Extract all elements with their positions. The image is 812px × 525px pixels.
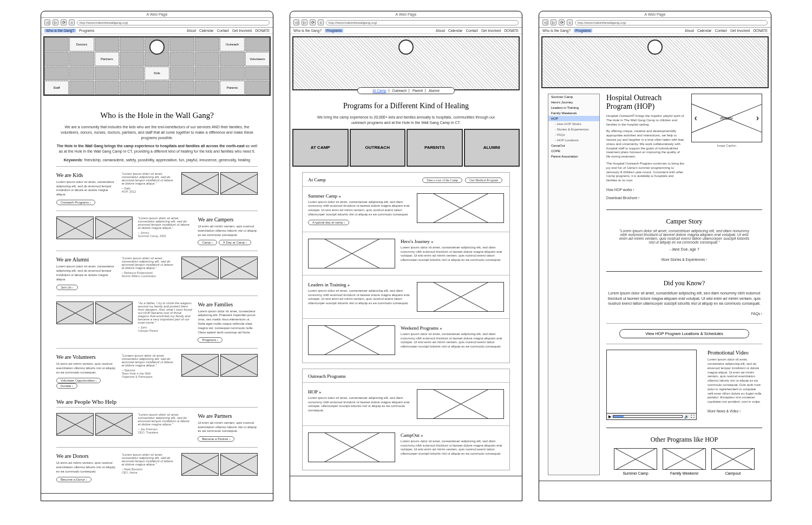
nav-about[interactable]: About (436, 29, 445, 32)
volume-icon[interactable]: 🔊 (684, 415, 689, 419)
sidenav-item[interactable]: Hero's Journey (548, 100, 599, 105)
tab-atcamp[interactable]: At Camp (370, 89, 389, 93)
medical-button[interactable]: Our Medical Program (465, 178, 502, 183)
sidenav-item[interactable]: - How HOP Works (548, 121, 599, 127)
face-label-staff[interactable]: Staff (44, 81, 69, 95)
tab-outreach[interactable]: Outreach (390, 89, 409, 93)
sidenav-item[interactable]: Family Weekends (548, 110, 599, 116)
nav-calendar[interactable]: Calendar (448, 29, 462, 32)
home-icon[interactable]: ⌂ (318, 19, 324, 25)
forward-icon[interactable]: ▷ (53, 19, 58, 25)
face-label-parents[interactable]: Parents (220, 81, 244, 95)
forward-icon[interactable]: ▷ (302, 19, 307, 25)
nav-calendar[interactable]: Calendar (697, 29, 711, 32)
thumb-alumni[interactable]: ALUMNI (464, 129, 520, 167)
photo-placeholder (181, 172, 219, 195)
url-input[interactable]: http://www.holeinthewallgang.org/ (326, 20, 519, 25)
back-icon[interactable]: ◁ (542, 19, 548, 25)
reload-icon[interactable]: ⟳ (310, 19, 316, 25)
related-thumb[interactable] (711, 448, 755, 470)
nav-contact[interactable]: Contact (217, 29, 228, 32)
sidenav-item[interactable]: HOP (548, 116, 599, 121)
section-button[interactable]: Programs › (198, 337, 222, 343)
view-locations-button[interactable]: View HOP Program Locations & Schedules (619, 329, 749, 338)
sidenav-item[interactable]: - HOP Locations (548, 137, 599, 143)
prev-arrow-icon[interactable]: ‹ (693, 113, 698, 123)
sidenav-item[interactable]: - Stories & Experiences (548, 127, 599, 132)
nav-programs[interactable]: Programs (325, 29, 343, 32)
nav-contact[interactable]: Contact (466, 29, 477, 32)
thumb-parents[interactable]: PARENTS (407, 129, 463, 167)
nav-programs[interactable]: Programs (79, 29, 94, 32)
program-title[interactable]: Leaders in Training » (308, 282, 411, 287)
face-label-outreach[interactable]: Outreach (220, 37, 244, 51)
face-label-doctors[interactable]: Doctors (69, 37, 94, 51)
program-title[interactable]: Hero's Journey » (401, 239, 504, 244)
program-title[interactable]: HOP » (308, 389, 411, 395)
reload-icon[interactable]: ⟳ (559, 19, 565, 25)
nav-contact[interactable]: Contact (715, 29, 726, 32)
section-button[interactable]: Join Us › (56, 285, 78, 290)
section-button[interactable]: Volunteer Opportunities › (56, 378, 101, 383)
url-input[interactable]: http://www.holeinthewallgang.org/ (575, 20, 768, 25)
back-icon[interactable]: ◁ (44, 19, 50, 25)
sidenav-item[interactable]: - FAQs (548, 132, 599, 137)
link-how-works[interactable]: How HOP works (606, 188, 634, 192)
section-button[interactable]: Camp › (198, 240, 217, 245)
video-player[interactable]: ▶ 🔊 ⛶ (606, 350, 697, 420)
photo-placeholder (56, 413, 94, 436)
nav-donate[interactable]: DONATE (753, 29, 768, 32)
nav-programs[interactable]: Programs (574, 29, 592, 32)
related-thumb[interactable] (614, 448, 657, 470)
sidenav-item[interactable]: Summer Camp (548, 94, 599, 100)
face-label-volunteers[interactable]: Volunteers (245, 52, 270, 66)
program-title[interactable]: CampOut » (401, 432, 504, 438)
forward-icon[interactable]: ▷ (551, 19, 556, 25)
nav-about[interactable]: About (685, 29, 694, 32)
nav-involved[interactable]: Get Involved (730, 29, 750, 32)
section-button[interactable]: Become a Donor › (56, 477, 91, 482)
nav-involved[interactable]: Get Involved (481, 29, 501, 32)
nav-donate[interactable]: DONATE (255, 29, 270, 32)
nav-who[interactable]: Who is the Gang? (44, 29, 76, 32)
link-more-stories[interactable]: More Stories & Experiences (662, 258, 708, 261)
face-label-partners[interactable]: Partners (95, 52, 119, 66)
section-button[interactable]: Outreach Programs › (56, 200, 95, 205)
fullscreen-icon[interactable]: ⛶ (691, 415, 695, 418)
home-icon[interactable]: ⌂ (567, 19, 573, 25)
sidenav-item[interactable]: Parent Association (548, 154, 599, 159)
sidenav-item[interactable]: COPE (548, 148, 599, 154)
tour-button[interactable]: Take a tour of the Camp (422, 178, 462, 183)
nav-involved[interactable]: Get Involved (232, 29, 252, 32)
sidenav-item[interactable]: CampOut (548, 143, 599, 148)
back-icon[interactable]: ◁ (293, 19, 299, 25)
program-title[interactable]: Weekend Programs » (401, 325, 504, 331)
link-brochure[interactable]: Download Brochure (606, 196, 639, 200)
home-icon[interactable]: ⌂ (69, 19, 75, 25)
tab-parent[interactable]: Parent (410, 89, 425, 93)
face-label-kids[interactable]: Kids (145, 67, 169, 81)
play-icon[interactable]: ▶ (608, 415, 611, 419)
other-programs-heading: Other Programs like HOP (606, 436, 762, 444)
link-faqs[interactable]: FAQs (751, 312, 762, 316)
related-thumb[interactable] (663, 448, 706, 470)
reload-icon[interactable]: ⟳ (61, 19, 67, 25)
section-button[interactable]: A Day at Camp › (219, 240, 251, 245)
next-arrow-icon[interactable]: › (755, 113, 760, 123)
nav-who[interactable]: Who is the Gang? (293, 29, 322, 32)
program-title[interactable]: Summer Camp » (308, 193, 411, 199)
link-more-video[interactable]: More News & Video (708, 409, 741, 413)
section-button[interactable]: Become a Partner › (198, 436, 234, 442)
url-input[interactable]: http://www.holeinthewallgang.org/ (77, 20, 270, 25)
nav-calendar[interactable]: Calendar (199, 29, 213, 32)
sidenav-item[interactable]: Leaders in Training (548, 105, 599, 110)
thumb-atcamp[interactable]: AT CAMP (292, 129, 349, 167)
seek-bar[interactable] (613, 415, 683, 418)
tab-alumni[interactable]: Alumni (427, 89, 442, 93)
program-pill-button[interactable]: A typical day at camp › (308, 220, 349, 225)
nav-who[interactable]: Who is the Gang? (542, 29, 571, 32)
nav-about[interactable]: About (187, 29, 196, 32)
thumb-outreach[interactable]: OUTREACH (350, 129, 406, 167)
section-button[interactable]: Donate › (56, 383, 77, 389)
nav-donate[interactable]: DONATE (504, 29, 519, 32)
